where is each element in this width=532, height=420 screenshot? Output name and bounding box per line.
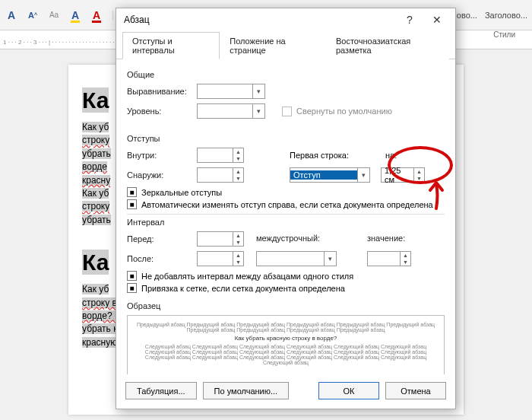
chevron-up-icon[interactable]: ▲ bbox=[233, 232, 243, 239]
section-general: Общие bbox=[127, 70, 445, 79]
chevron-down-icon: ▾ bbox=[324, 252, 336, 266]
section-indents: Отступы bbox=[127, 134, 445, 143]
nosame-checkbox[interactable]: ■ bbox=[127, 271, 137, 281]
dialog-tabs: Отступы и интервалы Положение на страниц… bbox=[116, 31, 455, 59]
paragraph-dialog: Абзац ? ✕ Отступы и интервалы Положение … bbox=[116, 8, 456, 409]
styles-group-label: Стили bbox=[493, 30, 515, 39]
style-item[interactable]: Заголово... bbox=[485, 11, 527, 20]
tab-asian[interactable]: Восточноазиатская разметка bbox=[326, 32, 449, 59]
section-spacing: Интервал bbox=[127, 218, 445, 227]
chevron-down-icon: ▾ bbox=[252, 84, 264, 98]
chevron-up-icon[interactable]: ▲ bbox=[233, 168, 243, 175]
inside-spin[interactable]: ▲▼ bbox=[197, 148, 244, 163]
chevron-down-icon[interactable]: ▼ bbox=[233, 155, 243, 162]
first-line-label: Первая строка: bbox=[290, 151, 349, 160]
mirror-label: Зеркальные отступы bbox=[141, 188, 222, 197]
chevron-down-icon[interactable]: ▼ bbox=[233, 259, 243, 266]
font-color-icon[interactable]: A bbox=[5, 8, 18, 22]
inside-label: Внутри: bbox=[127, 151, 197, 160]
default-button[interactable]: По умолчанию... bbox=[203, 382, 290, 399]
line-spacing-combo[interactable]: ▾ bbox=[256, 251, 337, 266]
chevron-down-icon: ▾ bbox=[357, 168, 369, 182]
section-preview: Образец bbox=[127, 301, 445, 310]
doc-heading-part: Ка bbox=[82, 250, 109, 275]
tabs-button[interactable]: Табуляция... bbox=[125, 382, 197, 399]
cancel-button[interactable]: Отмена bbox=[385, 382, 446, 399]
mirror-checkbox[interactable]: ■ bbox=[127, 187, 137, 197]
chevron-down-icon[interactable]: ▼ bbox=[233, 239, 243, 246]
preview-box: Предыдущий абзац Предыдущий абзац Предыд… bbox=[127, 315, 445, 374]
at-spin[interactable]: ▲▼ bbox=[367, 251, 411, 266]
nosame-label: Не добавлять интервал между абзацами одн… bbox=[141, 272, 353, 281]
before-spin[interactable]: ▲▼ bbox=[197, 231, 244, 247]
outside-label: Снаружи: bbox=[127, 170, 197, 180]
align-label: Выравнивание: bbox=[127, 87, 197, 96]
auto-indent-label: Автоматически изменять отступ справа, ес… bbox=[141, 200, 433, 209]
chevron-up-icon[interactable]: ▲ bbox=[414, 168, 424, 175]
after-spin[interactable]: ▲▼ bbox=[197, 251, 244, 266]
tab-position[interactable]: Положение на странице bbox=[220, 32, 326, 59]
help-button[interactable]: ? bbox=[396, 9, 423, 30]
dialog-title: Абзац bbox=[124, 14, 396, 25]
font-size-icon[interactable]: A^ bbox=[26, 8, 40, 22]
chevron-up-icon[interactable]: ▲ bbox=[233, 252, 243, 259]
chevron-down-icon: ▾ bbox=[252, 104, 264, 118]
chevron-up-icon[interactable]: ▲ bbox=[401, 252, 410, 259]
dialog-body: Общие Выравнивание: ▾ Уровень: ▾ Свернут… bbox=[116, 59, 455, 374]
highlight-icon[interactable]: A bbox=[68, 8, 82, 22]
at-label: значение: bbox=[367, 234, 405, 243]
auto-indent-checkbox[interactable]: ■ bbox=[127, 199, 137, 209]
chevron-up-icon[interactable]: ▲ bbox=[233, 148, 243, 155]
collapse-checkbox bbox=[282, 107, 292, 116]
dialog-footer: Табуляция... По умолчанию... ОК Отмена bbox=[116, 374, 455, 409]
tab-indents[interactable]: Отступы и интервалы bbox=[122, 32, 220, 59]
by-label: на: bbox=[385, 151, 397, 160]
before-label: Перед: bbox=[127, 234, 197, 243]
preview-title: Как убрать красную строку в ворде? bbox=[135, 335, 436, 342]
chevron-down-icon[interactable]: ▼ bbox=[414, 175, 424, 182]
snap-checkbox[interactable]: ■ bbox=[127, 283, 137, 293]
preview-prev: Предыдущий абзац Предыдущий абзац Предыд… bbox=[135, 322, 436, 332]
preview-next: Следующий абзац Следующий абзац Следующи… bbox=[135, 344, 436, 365]
first-line-combo[interactable]: Отступ▾ bbox=[290, 167, 370, 183]
line-spacing-label: междустрочный: bbox=[256, 234, 355, 243]
snap-label: Привязка к сетке, если сетка документа о… bbox=[141, 284, 345, 293]
align-combo[interactable]: ▾ bbox=[197, 84, 265, 99]
by-spin[interactable]: 1,25 см ▲▼ bbox=[381, 167, 425, 183]
chevron-down-icon[interactable]: ▼ bbox=[233, 175, 243, 182]
outline-combo[interactable]: ▾ bbox=[197, 103, 265, 119]
outline-label: Уровень: bbox=[127, 107, 197, 116]
collapse-label: Свернуты по умолчанию bbox=[296, 107, 392, 116]
chevron-down-icon[interactable]: ▼ bbox=[401, 259, 410, 266]
dialog-titlebar[interactable]: Абзац ? ✕ bbox=[116, 8, 455, 31]
font-color2-icon[interactable]: A bbox=[90, 8, 103, 22]
doc-heading-part: Ка bbox=[82, 88, 109, 113]
after-label: После: bbox=[127, 254, 197, 263]
outside-spin[interactable]: ▲▼ bbox=[197, 167, 244, 183]
close-button[interactable]: ✕ bbox=[423, 9, 451, 30]
clear-format-icon[interactable]: Aa bbox=[47, 8, 61, 22]
ok-button[interactable]: ОК bbox=[318, 382, 379, 399]
